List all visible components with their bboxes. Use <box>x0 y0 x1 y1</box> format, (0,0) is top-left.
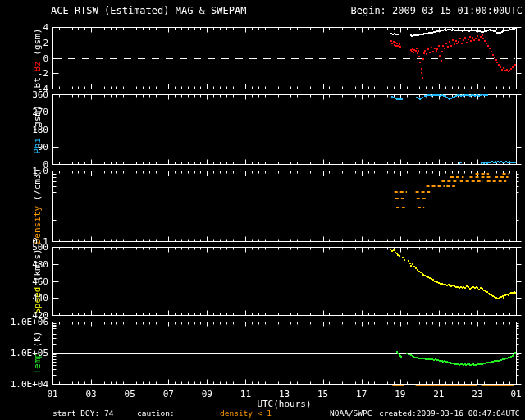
plot-title: ACE RTSW (Estimated) MAG & SWEPAM <box>51 5 246 16</box>
y-tick-label: 500 <box>0 242 48 253</box>
y-tick-label: -2 <box>0 68 48 79</box>
ace-rtsw-plot: ACE RTSW (Estimated) MAG & SWEPAM Begin:… <box>0 0 525 420</box>
y-tick-label: 1.0E+05 <box>0 348 48 358</box>
y-tick-label: 180 <box>0 125 48 135</box>
y-tick-label: 4 <box>0 22 48 33</box>
y-tick-label: 1.0E+06 <box>0 317 48 327</box>
caution-value: density < 1 <box>220 409 272 418</box>
caution-label: caution: <box>137 409 175 418</box>
created-timestamp: created:2009-03-16 00:47:04UTC <box>379 409 520 418</box>
y-tick-label: 440 <box>0 293 48 304</box>
y-tick-label: 90 <box>0 142 48 153</box>
y-tick-label: 2 <box>0 38 48 48</box>
y-tick-label: 270 <box>0 107 48 117</box>
y-tick-label: 0 <box>0 53 48 64</box>
start-doy-text: start DOY: 74 <box>52 409 113 418</box>
y-tick-label: 360 <box>0 89 48 100</box>
plot-canvas <box>0 0 525 420</box>
y-tick-label: 480 <box>0 259 48 270</box>
begin-timestamp: Begin: 2009-03-15 01:00:00UTC <box>350 5 523 16</box>
y-tick-label: 460 <box>0 276 48 287</box>
y-tick-label: 1.0 <box>0 166 48 176</box>
agency-text: NOAA/SWPC <box>330 409 372 418</box>
